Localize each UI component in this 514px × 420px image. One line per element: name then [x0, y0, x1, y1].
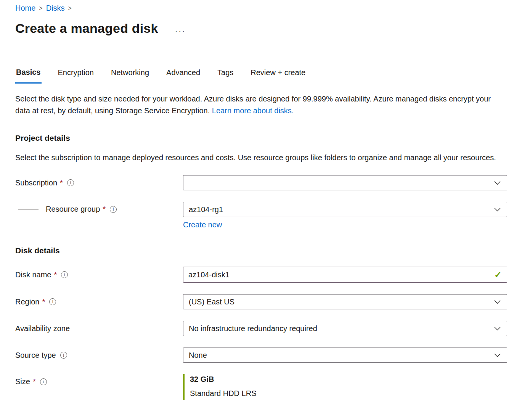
chevron-down-icon: [494, 208, 501, 212]
subscription-label: Subscription: [15, 179, 57, 187]
chevron-down-icon: [494, 327, 501, 331]
breadcrumb: Home > Disks >: [15, 4, 507, 13]
subscription-label-group: Subscription * i: [15, 179, 183, 187]
tab-advanced[interactable]: Advanced: [165, 68, 201, 83]
resource-group-label-group: Resource group * i: [15, 202, 183, 214]
learn-more-link[interactable]: Learn more about disks.: [212, 106, 294, 115]
region-label: Region: [15, 298, 39, 306]
size-sku: Standard HDD LRS: [190, 389, 507, 398]
chevron-down-icon: [494, 181, 501, 185]
valid-checkmark-icon: ✓: [494, 269, 502, 280]
resource-group-control: az104-rg1 Create new: [183, 202, 507, 229]
source-type-field-row: Source type i None: [15, 348, 507, 363]
region-field-row: Region * i (US) East US: [15, 294, 507, 309]
breadcrumb-disks-link[interactable]: Disks: [46, 4, 65, 13]
tab-networking[interactable]: Networking: [110, 68, 150, 83]
chevron-down-icon: [494, 300, 501, 304]
breadcrumb-home-link[interactable]: Home: [15, 4, 35, 13]
tab-encryption[interactable]: Encryption: [57, 68, 95, 83]
info-icon[interactable]: i: [40, 378, 47, 385]
source-type-dropdown[interactable]: None: [183, 348, 507, 363]
subscription-dropdown[interactable]: [183, 175, 507, 190]
region-value: (US) East US: [189, 298, 235, 306]
required-asterisk: *: [42, 298, 45, 306]
size-value: 32 GiB: [190, 375, 507, 384]
availability-zone-control: No infrastructure redundancy required: [183, 321, 507, 336]
info-icon[interactable]: i: [49, 298, 56, 305]
resource-group-label: Resource group: [46, 205, 100, 214]
project-details-description: Select the subscription to manage deploy…: [15, 152, 507, 164]
size-control: 32 GiB Standard HDD LRS: [183, 374, 507, 400]
info-icon[interactable]: i: [110, 206, 117, 213]
size-display: 32 GiB Standard HDD LRS: [183, 374, 507, 400]
size-label: Size: [15, 377, 30, 386]
resource-group-value: az104-rg1: [189, 205, 223, 214]
availability-zone-field-row: Availability zone No infrastructure redu…: [15, 321, 507, 336]
availability-zone-label-group: Availability zone: [15, 324, 183, 333]
project-details-heading: Project details: [15, 134, 507, 143]
disk-details-heading: Disk details: [15, 246, 507, 255]
breadcrumb-separator: >: [39, 5, 42, 12]
disk-name-control: ✓: [183, 267, 507, 283]
subscription-control: [183, 175, 507, 190]
source-type-label-group: Source type i: [15, 351, 183, 360]
disk-name-field-row: Disk name * i ✓: [15, 267, 507, 283]
required-asterisk: *: [60, 179, 63, 187]
required-asterisk: *: [54, 270, 57, 279]
info-icon[interactable]: i: [67, 179, 74, 186]
info-icon[interactable]: i: [60, 352, 67, 359]
source-type-label: Source type: [15, 351, 56, 360]
size-label-group: Size * i: [15, 374, 183, 386]
region-dropdown[interactable]: (US) East US: [183, 294, 507, 309]
resource-group-field-row: Resource group * i az104-rg1 Create new: [15, 202, 507, 229]
create-managed-disk-page: Home > Disks > Create a managed disk ···…: [0, 0, 514, 400]
source-type-value: None: [189, 351, 207, 360]
intro-text: Select the disk type and size needed for…: [15, 93, 507, 117]
size-field-row: Size * i 32 GiB Standard HDD LRS: [15, 374, 507, 400]
tab-basics[interactable]: Basics: [15, 68, 42, 84]
resource-group-connector: [18, 192, 39, 210]
region-control: (US) East US: [183, 294, 507, 309]
page-title: Create a managed disk: [15, 21, 158, 36]
availability-zone-value: No infrastructure redundancy required: [189, 324, 317, 333]
availability-zone-label: Availability zone: [15, 324, 70, 333]
region-label-group: Region * i: [15, 298, 183, 306]
subscription-field-row: Subscription * i: [15, 175, 507, 190]
breadcrumb-separator: >: [68, 5, 72, 12]
create-new-link[interactable]: Create new: [183, 220, 222, 229]
tab-review-create[interactable]: Review + create: [250, 68, 306, 83]
resource-group-dropdown[interactable]: az104-rg1: [183, 202, 507, 217]
tab-tags[interactable]: Tags: [217, 68, 234, 83]
title-row: Create a managed disk ···: [15, 21, 507, 36]
tab-bar: Basics Encryption Networking Advanced Ta…: [15, 68, 507, 83]
info-icon[interactable]: i: [61, 271, 68, 278]
source-type-control: None: [183, 348, 507, 363]
chevron-down-icon: [494, 353, 501, 357]
required-asterisk: *: [33, 377, 36, 386]
disk-name-input[interactable]: [183, 267, 507, 283]
disk-name-label-group: Disk name * i: [15, 270, 183, 279]
disk-name-label: Disk name: [15, 270, 51, 279]
required-asterisk: *: [103, 205, 106, 214]
availability-zone-dropdown[interactable]: No infrastructure redundancy required: [183, 321, 507, 336]
more-options-button[interactable]: ···: [175, 24, 186, 33]
